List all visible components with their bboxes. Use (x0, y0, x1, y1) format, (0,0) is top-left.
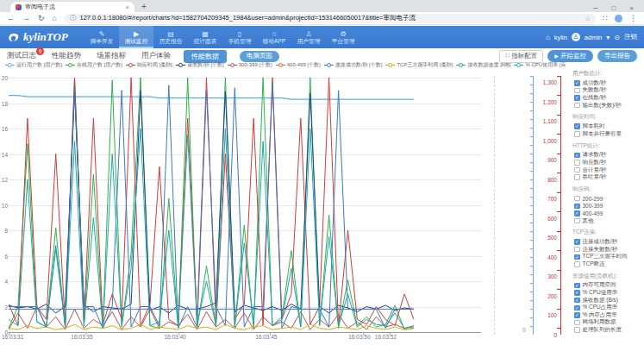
checkbox-icon[interactable] (574, 174, 580, 180)
checkbox-icon[interactable]: ✓ (574, 283, 580, 289)
legend-item-0[interactable]: 运行用户数 [用户数] (5, 61, 62, 69)
sidebar-metric-2-0[interactable]: ✓请求数/秒 (571, 152, 643, 160)
sidebar-metric-3-3[interactable]: 其他 (571, 217, 643, 225)
nav-item-user-mgmt[interactable]: ♙用户管理 (291, 26, 326, 48)
brand-logo[interactable]: kylinTOP (0, 30, 84, 44)
legend-item-2[interactable]: 响应时间 [毫秒] (126, 61, 172, 69)
forward-icon[interactable]: → (22, 14, 30, 22)
back-icon[interactable]: ← (7, 14, 15, 22)
checkbox-icon[interactable] (574, 196, 580, 202)
checkbox-icon[interactable] (574, 167, 580, 173)
sidebar-metric-2-1[interactable]: 响应数/秒 (571, 159, 643, 166)
sidebar-metric-0-0[interactable]: ✓成功数/秒 (571, 79, 643, 87)
sidebar-metric-5-4[interactable]: ✓% 内存占用率 (571, 311, 643, 319)
legend-item-3[interactable]: 请求数/秒 [个数] (176, 61, 224, 69)
sidebar-metric-4-2[interactable]: ✓TCP三次握手时间 (571, 254, 643, 261)
report-tab-test-log[interactable]: 测试日志9 (7, 51, 36, 61)
sidebar-metric-3-2[interactable]: ✓400-499 (571, 210, 643, 217)
export-report-button[interactable]: 导出报告 (597, 50, 637, 62)
sidebar-metric-5-0[interactable]: ✓内存可用空间 (571, 282, 643, 290)
legend-item-9[interactable]: % CPU使用率 [百分比] (514, 61, 566, 69)
checkbox-icon[interactable] (574, 160, 580, 166)
checkbox-icon[interactable]: ✓ (574, 204, 580, 210)
report-tab-perf-trend[interactable]: 性能趋势 (52, 51, 81, 61)
sidebar-metric-5-3[interactable]: ✓% CPU占用率 (571, 304, 643, 311)
nav-item-charts[interactable]: ▦统计图表 (188, 26, 222, 48)
legend-item-7[interactable]: TCP三次握手时间 [毫秒] (385, 61, 453, 69)
home-small-icon[interactable]: ⌂ (546, 34, 550, 41)
report-tab-user-exp[interactable]: 用户体验 (141, 51, 171, 61)
browser-menu-icon[interactable]: ⋮ (629, 14, 637, 22)
checkbox-icon[interactable] (574, 88, 580, 94)
window-maximize-icon[interactable]: □ (611, 4, 616, 12)
sidebar-metric-5-2[interactable]: ✓接收数据 (B/s) (571, 297, 643, 304)
sidebar-metric-4-1[interactable]: 连接失败数/秒 (571, 246, 643, 254)
username[interactable]: admin (585, 34, 602, 41)
checkbox-icon[interactable] (574, 218, 580, 224)
sidebar-metric-1-0[interactable]: ✓脚本耗时 (571, 122, 643, 130)
sidebar-metric-2-2[interactable]: 合计量/秒 (571, 166, 643, 174)
nav-item-history-report[interactable]: ▤历史报告 (153, 26, 188, 48)
legend-item-6[interactable]: 连接成功数/秒 [个数] (324, 61, 383, 69)
checkbox-icon[interactable]: ✓ (574, 290, 580, 296)
checkbox-icon[interactable] (574, 131, 580, 137)
window-close-icon[interactable]: × (629, 4, 634, 12)
caret-down-icon[interactable]: ▾ (606, 34, 610, 41)
user-avatar[interactable]: ♙ (572, 33, 580, 41)
tab-close-icon[interactable]: × (125, 3, 129, 11)
legend-item-8[interactable]: 接收数据速度 [MB] (456, 61, 510, 69)
site-info-icon[interactable]: ⓘ (70, 14, 77, 22)
nav-item-phone-mgmt[interactable]: ▯手机管理 (222, 26, 257, 48)
sidebar-metric-0-1[interactable]: 失败数/秒 (571, 87, 643, 95)
start-monitor-button[interactable]: ▶ 开始监控 (547, 50, 593, 62)
sidebar-metric-1-1[interactable]: 脚本并行兼容量 (571, 130, 643, 138)
address-bar[interactable]: ⓘ 127.0.0.1:18080/#/report/charts?id=158… (65, 14, 596, 23)
sidebar-metric-3-1[interactable]: ✓300-399 (571, 203, 643, 210)
extensions-icon[interactable]: ∷ (603, 14, 608, 22)
browser-tab[interactable]: 审阅电子流 × (10, 2, 134, 12)
legend-item-5[interactable]: 400-499 [个数] (276, 61, 321, 69)
nav-item-platform-mgmt[interactable]: ⚙平台管理 (326, 26, 360, 48)
checkbox-icon[interactable]: ✓ (574, 239, 580, 245)
url-text[interactable]: 127.0.0.1:18080/#/report/charts?id=15827… (79, 14, 581, 22)
legend-item-1[interactable]: 在线用户数 [用户数] (66, 61, 122, 69)
new-tab-button[interactable]: + (141, 2, 147, 12)
checkbox-icon[interactable]: ✓ (574, 123, 580, 129)
checkbox-icon[interactable]: ✓ (574, 210, 580, 216)
window-minimize-icon[interactable]: ─ (593, 4, 598, 12)
power-icon[interactable]: ⊙ (614, 34, 620, 41)
checkbox-icon[interactable]: ✓ (574, 298, 580, 304)
nav-item-test-monitor[interactable]: ▶测试监控 (119, 26, 153, 48)
checkbox-icon[interactable]: ✓ (574, 153, 580, 159)
sidebar-metric-5-6[interactable]: 处理队列的长度 (571, 326, 643, 334)
checkbox-icon[interactable] (574, 261, 580, 267)
sidebar-metric-2-3[interactable]: 吞吐量/秒 (571, 173, 643, 181)
home-link[interactable]: kylin (554, 34, 567, 41)
checkbox-icon[interactable]: ✓ (574, 305, 580, 311)
checkbox-icon[interactable]: ✓ (574, 95, 580, 101)
checkbox-icon[interactable]: ✓ (574, 312, 580, 318)
nav-item-mobile-app[interactable]: ☆移动APP (257, 26, 291, 48)
report-tab-scene-metric[interactable]: 场景指标 (97, 51, 126, 61)
checkbox-icon[interactable] (574, 247, 580, 253)
checkbox-icon[interactable] (574, 103, 580, 109)
checkbox-icon[interactable]: ✓ (574, 254, 580, 260)
sidebar-metric-4-3[interactable]: TCP断连 (571, 260, 643, 268)
checkbox-icon[interactable] (574, 320, 580, 326)
nav-item-script-dev[interactable]: ✎脚本开发 (84, 26, 119, 48)
logout-link[interactable]: 注销 (624, 33, 637, 41)
refresh-icon[interactable]: ↻ (38, 14, 45, 22)
sidebar-metric-5-1[interactable]: ✓% CPU使用率 (571, 289, 643, 297)
legend-item-4[interactable]: 300-399 [个数] (228, 61, 272, 69)
sidebar-metric-5-5[interactable]: 网络利用数据 (571, 319, 643, 327)
sidebar-metric-0-2[interactable]: ✓在线数/秒 (571, 94, 643, 102)
browser-profile-avatar[interactable] (615, 15, 622, 22)
home-icon[interactable]: ⌂ (53, 14, 57, 22)
sidebar-metric-3-0[interactable]: 200-299 (571, 195, 643, 203)
checkbox-icon[interactable] (574, 327, 580, 333)
pc-page-pill[interactable]: 电脑页面 (240, 51, 279, 62)
bookmark-star-icon[interactable]: ☆ (585, 15, 591, 22)
sidebar-metric-0-3[interactable]: 输出数(失败)/秒 (571, 102, 643, 110)
sidebar-metric-4-0[interactable]: ✓连接成功数/秒 (571, 238, 643, 246)
checkbox-icon[interactable]: ✓ (574, 80, 580, 86)
